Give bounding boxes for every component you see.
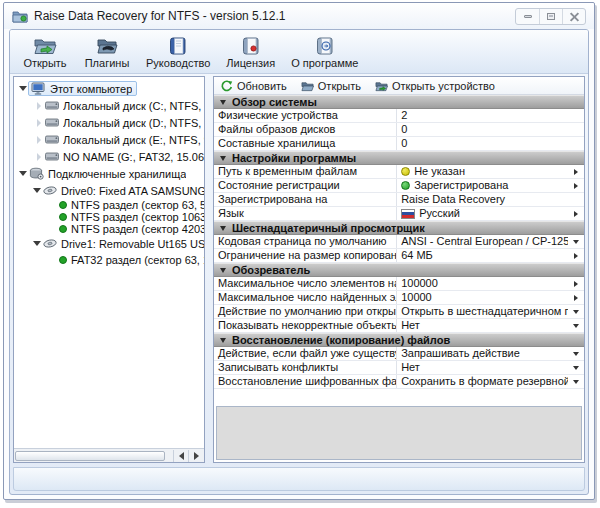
property-row[interactable]: Максимальное число элементов на странице… [214, 277, 584, 291]
refresh-button-label: Обновить [237, 80, 287, 92]
property-label: Язык [214, 207, 397, 220]
property-value: 0 [401, 137, 580, 150]
property-label: Зарегистрирована на [214, 193, 397, 206]
computer-icon [31, 82, 46, 95]
panel-open-button[interactable]: Открыть [301, 80, 361, 92]
content-area: Этот компьютер Локальный диск (C:, NTFS,… [10, 74, 588, 465]
folder-device-icon [375, 80, 388, 92]
property-row[interactable]: Кодовая страница по умолчанию ANSI - Cen… [214, 235, 584, 249]
drive-icon [45, 135, 59, 144]
refresh-button[interactable]: Обновить [220, 80, 287, 92]
about-book-icon [313, 36, 337, 56]
close-icon [570, 12, 579, 21]
open-button-label: Открыть [23, 57, 66, 69]
property-grid: Обзор системы Физические устройства 2 Фа… [214, 95, 584, 389]
storage-tree-panel: Этот компьютер Локальный диск (C:, NTFS,… [13, 76, 205, 463]
tree-item-drive1[interactable]: Drive1: Removable Ut165 USB USB2Flash [14, 235, 204, 252]
property-value: Raise Data Recovery [401, 193, 580, 206]
open-device-button[interactable]: Открыть устройство [375, 80, 495, 92]
tree-item-connected-storages[interactable]: Подключенные хранилища [14, 165, 204, 182]
property-row[interactable]: Записывать конфликты Нет [214, 361, 584, 375]
property-row[interactable]: Восстановление шифрованных файлов на NTF… [214, 375, 584, 389]
dropdown-arrow-icon [572, 310, 580, 314]
property-row[interactable]: Максимальное число найденных элементов в… [214, 291, 584, 305]
partition-dot-icon [59, 201, 67, 209]
property-row[interactable]: Состояние регистрации Зарегистрирована [214, 179, 584, 193]
section-system-overview[interactable]: Обзор системы [214, 95, 584, 109]
property-value: Запрашивать действие [401, 347, 568, 360]
dropdown-arrow-icon [572, 324, 580, 328]
tree-item-label: Локальный диск (E:, NTFS, 97.65ГБ) [63, 134, 204, 146]
tree-item-computer[interactable]: Этот компьютер [14, 80, 204, 97]
manual-button-label: Руководство [146, 57, 210, 69]
expander-open-icon[interactable] [32, 241, 42, 246]
tree-item-label: Drive1: Removable Ut165 USB USB2Flash [61, 238, 204, 250]
open-button[interactable]: Открыть [16, 32, 74, 73]
section-hex-viewer[interactable]: Шестнадцатеричный просмотрщик [214, 221, 584, 235]
property-row[interactable]: Ограничение на размер копирования 64 МБ [214, 249, 584, 263]
plugins-button[interactable]: Плагины [78, 32, 136, 73]
property-row[interactable]: Физические устройства 2 [214, 109, 584, 123]
property-row[interactable]: Действие по умолчанию при открытии файла… [214, 305, 584, 319]
expander-closed-icon[interactable] [34, 136, 44, 144]
main-frame: Открыть Плагины Руководство [9, 29, 589, 495]
expander-closed-icon[interactable] [34, 102, 44, 110]
property-row[interactable]: Показывать некорректные объекты Нет [214, 319, 584, 333]
property-row[interactable]: Путь к временным файлам Не указан [214, 165, 584, 179]
expander-closed-icon[interactable] [34, 119, 44, 127]
tree-item-disk-c[interactable]: Локальный диск (C:, NTFS, 50.69ГБ) [14, 97, 204, 114]
drive-icon [45, 101, 59, 110]
section-title: Обозреватель [232, 264, 310, 276]
scrollbar-thumb[interactable] [15, 451, 165, 461]
tree-item-drive0[interactable]: Drive0: Fixed ATA SAMSUNG HD321KJ [14, 182, 204, 199]
expander-closed-icon[interactable] [34, 153, 44, 161]
expander-open-icon[interactable] [32, 188, 42, 193]
property-label: Восстановление шифрованных файлов на NTF… [214, 375, 397, 388]
close-button[interactable] [562, 9, 585, 24]
tree-item-label: FAT32 раздел (сектор 63, 15.06ГБ) [71, 254, 204, 266]
tree-item-partition[interactable]: NTFS раздел (сектор 63, 50.69ГБ) [14, 199, 204, 211]
panel-splitter[interactable] [208, 76, 210, 463]
manual-button[interactable]: Руководство [140, 32, 216, 73]
tree-item-partition[interactable]: NTFS раздел (сектор 106318233, 149. [14, 211, 204, 223]
scroll-right-button[interactable] [188, 450, 203, 462]
section-program-settings[interactable]: Настройки программы [214, 151, 584, 165]
minimize-button[interactable] [516, 9, 539, 24]
dropdown-arrow-icon [572, 380, 580, 384]
scroll-left-button[interactable] [173, 450, 188, 462]
app-window: Raise Data Recovery for NTFS - version 5… [3, 2, 595, 500]
panel-toolbar: Обновить Открыть [214, 77, 584, 95]
dropdown-arrow-icon [572, 352, 580, 356]
tree-horizontal-scrollbar[interactable] [14, 448, 204, 462]
property-row[interactable]: Зарегистрирована на Raise Data Recovery [214, 193, 584, 207]
tree-item-label: NTFS раздел (сектор 106318233, 149. [71, 211, 204, 223]
tree-item-disk-d[interactable]: Локальный диск (D:, NTFS, 149.73ГБ) [14, 114, 204, 131]
plugins-button-label: Плагины [85, 57, 130, 69]
dropdown-arrow-icon [572, 240, 580, 244]
tree-item-partition[interactable]: NTFS раздел (сектор 420340788, 97.6 [14, 223, 204, 235]
tree-item-disk-e[interactable]: Локальный диск (E:, NTFS, 97.65ГБ) [14, 131, 204, 148]
section-file-recovery[interactable]: Восстановление (копирование) файлов [214, 333, 584, 347]
property-value: 64 МБ [401, 249, 568, 262]
status-bar [13, 467, 585, 491]
tree-item-partition[interactable]: FAT32 раздел (сектор 63, 15.06ГБ) [14, 252, 204, 267]
section-explorer[interactable]: Обозреватель [214, 263, 584, 277]
tree-item-label: Локальный диск (D:, NTFS, 149.73ГБ) [63, 117, 204, 129]
license-button[interactable]: Лицензия [220, 32, 281, 73]
folder-icon [301, 80, 314, 92]
title-bar[interactable]: Raise Data Recovery for NTFS - version 5… [4, 3, 594, 29]
submenu-arrow-icon [572, 295, 580, 301]
property-value: 10000 [401, 291, 568, 304]
expander-open-icon[interactable] [18, 171, 28, 176]
submenu-arrow-icon [572, 253, 580, 259]
maximize-button[interactable] [539, 9, 562, 24]
collapse-icon [220, 226, 226, 231]
submenu-arrow-icon [572, 183, 580, 189]
expander-open-icon[interactable] [18, 86, 28, 91]
about-button[interactable]: О программе [285, 32, 364, 73]
property-row[interactable]: Составные хранилища 0 [214, 137, 584, 151]
property-row[interactable]: Язык Русский [214, 207, 584, 221]
tree-item-disk-g[interactable]: NO NAME (G:, FAT32, 15.06ГБ) [14, 148, 204, 165]
property-row[interactable]: Действие, если файл уже существует Запра… [214, 347, 584, 361]
property-row[interactable]: Файлы образов дисков 0 [214, 123, 584, 137]
